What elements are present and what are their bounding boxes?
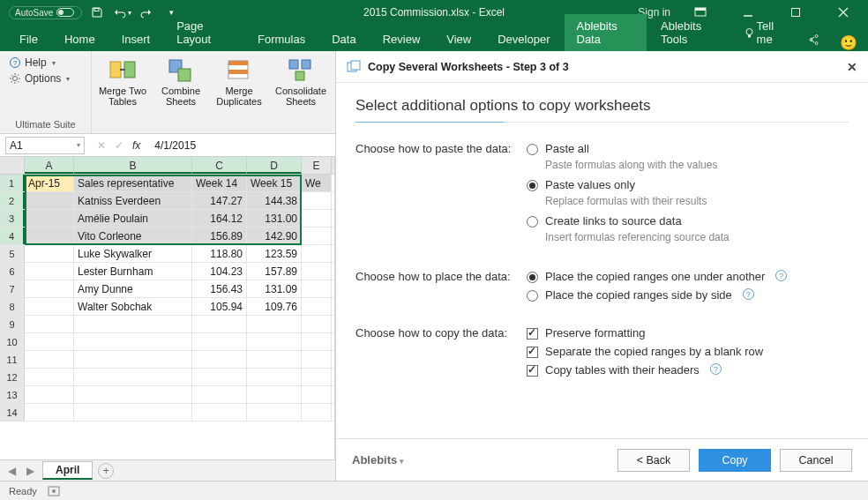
check-separate-blank-row[interactable]: Separate the copied ranges by a blank ro… [527, 345, 849, 358]
cell[interactable] [25, 263, 74, 280]
new-sheet-button[interactable]: + [98, 463, 114, 479]
cell[interactable]: 156.89 [192, 228, 247, 244]
row-header[interactable]: 1 [0, 175, 25, 191]
radio-place-side[interactable]: Place the copied ranges side by side? [527, 288, 849, 302]
cell[interactable]: Week 15 [247, 175, 302, 191]
cell[interactable]: 104.23 [192, 263, 247, 280]
cell[interactable] [25, 210, 74, 227]
row-header[interactable]: 8 [0, 298, 25, 315]
cell[interactable] [302, 210, 332, 227]
cell[interactable] [302, 333, 332, 350]
cell[interactable] [25, 386, 74, 403]
cell[interactable]: 131.09 [247, 280, 302, 297]
cell[interactable] [302, 404, 332, 421]
spreadsheet-grid[interactable]: 1Apr-15Sales representativeWeek 14Week 1… [0, 175, 334, 459]
col-header[interactable]: C [192, 157, 247, 174]
cell[interactable] [74, 333, 192, 350]
cell[interactable]: 109.76 [247, 298, 302, 315]
copy-button[interactable]: Copy [699, 449, 771, 472]
cell[interactable] [25, 404, 74, 421]
cell[interactable]: 144.38 [247, 192, 302, 209]
close-button[interactable] [826, 0, 861, 25]
cell[interactable] [74, 404, 192, 421]
cell[interactable] [247, 351, 302, 368]
row-header[interactable]: 11 [0, 351, 25, 368]
cell[interactable] [302, 228, 332, 244]
cell[interactable]: 118.80 [192, 245, 247, 262]
radio-place-under[interactable]: Place the copied ranges one under anothe… [527, 270, 849, 283]
cell[interactable] [302, 369, 332, 385]
tab-data[interactable]: Data [319, 27, 368, 51]
sheet-nav-prev-icon[interactable]: ◀ [5, 465, 19, 477]
cell[interactable]: 142.90 [247, 228, 302, 244]
row-header[interactable]: 12 [0, 369, 25, 385]
tab-formulas[interactable]: Formulas [245, 27, 318, 51]
cell[interactable]: 147.27 [192, 192, 247, 209]
cell[interactable] [25, 369, 74, 385]
fx-icon[interactable]: fx [132, 139, 140, 152]
share-button[interactable] [797, 28, 827, 51]
cell[interactable] [192, 351, 247, 368]
cell[interactable] [247, 369, 302, 385]
autosave-toggle[interactable]: AutoSave [9, 6, 82, 19]
col-header[interactable]: B [74, 157, 192, 174]
check-preserve-formatting[interactable]: Preserve formatting [527, 326, 849, 340]
cell[interactable] [247, 316, 302, 332]
help-menu[interactable]: ?Help▾ [5, 55, 86, 71]
cell[interactable] [25, 280, 74, 297]
cell[interactable] [302, 280, 332, 297]
combine-sheets-button[interactable]: Combine Sheets [155, 55, 206, 107]
cancel-button[interactable]: Cancel [780, 449, 852, 472]
cell[interactable] [192, 333, 247, 350]
help-icon[interactable]: ? [743, 288, 754, 300]
radio-paste-values[interactable]: Paste values only [527, 178, 849, 191]
tab-file[interactable]: File [7, 27, 50, 51]
cell[interactable]: Luke Skywalker [74, 245, 192, 262]
cell[interactable] [25, 192, 74, 209]
confirm-icon[interactable]: ✓ [115, 139, 123, 152]
radio-create-links[interactable]: Create links to source data [527, 214, 849, 228]
tab-ablebits-data[interactable]: Ablebits Data [565, 14, 647, 51]
cell[interactable]: Katniss Everdeen [74, 192, 192, 209]
tab-review[interactable]: Review [370, 27, 433, 51]
cell[interactable]: Lester Burnham [74, 263, 192, 280]
cell[interactable]: We [302, 175, 332, 191]
cell[interactable] [247, 333, 302, 350]
macro-record-icon[interactable] [48, 486, 60, 496]
row-header[interactable]: 6 [0, 263, 25, 280]
tab-developer[interactable]: Developer [485, 27, 562, 51]
help-icon[interactable]: ? [710, 363, 722, 375]
cancel-icon[interactable]: ✕ [97, 139, 106, 152]
tell-me[interactable]: Tell me [735, 14, 796, 51]
cell[interactable]: 105.94 [192, 298, 247, 315]
col-header[interactable]: D [247, 157, 302, 174]
options-menu[interactable]: Options▾ [5, 71, 86, 86]
check-copy-headers[interactable]: Copy tables with their headers? [527, 363, 849, 377]
cell[interactable]: 156.43 [192, 280, 247, 297]
undo-icon[interactable]: ▾ [112, 3, 131, 22]
cell[interactable]: 157.89 [247, 263, 302, 280]
cell[interactable] [192, 316, 247, 332]
cell[interactable] [302, 386, 332, 403]
row-header[interactable]: 7 [0, 280, 25, 297]
tab-insert[interactable]: Insert [109, 27, 163, 51]
cell[interactable] [74, 351, 192, 368]
merge-two-tables-button[interactable]: Merge Two Tables [97, 55, 148, 107]
cell[interactable] [192, 404, 247, 421]
row-header[interactable]: 14 [0, 404, 25, 421]
feedback-smile-icon[interactable]: 🙂 [829, 34, 868, 51]
cell[interactable] [302, 298, 332, 315]
merge-duplicates-button[interactable]: Merge Duplicates [213, 55, 265, 107]
redo-icon[interactable] [137, 3, 156, 22]
save-icon[interactable] [87, 3, 107, 22]
close-pane-icon[interactable]: ✕ [847, 60, 857, 74]
cell[interactable]: Vito Corleone [74, 228, 192, 244]
cell[interactable]: Week 14 [192, 175, 247, 191]
cell[interactable] [192, 386, 247, 403]
cell[interactable] [25, 351, 74, 368]
row-header[interactable]: 4 [0, 228, 25, 244]
cell[interactable] [25, 228, 74, 244]
cell[interactable] [302, 351, 332, 368]
cell[interactable] [302, 245, 332, 262]
brand-menu[interactable]: Ablebits▾ [352, 453, 404, 466]
